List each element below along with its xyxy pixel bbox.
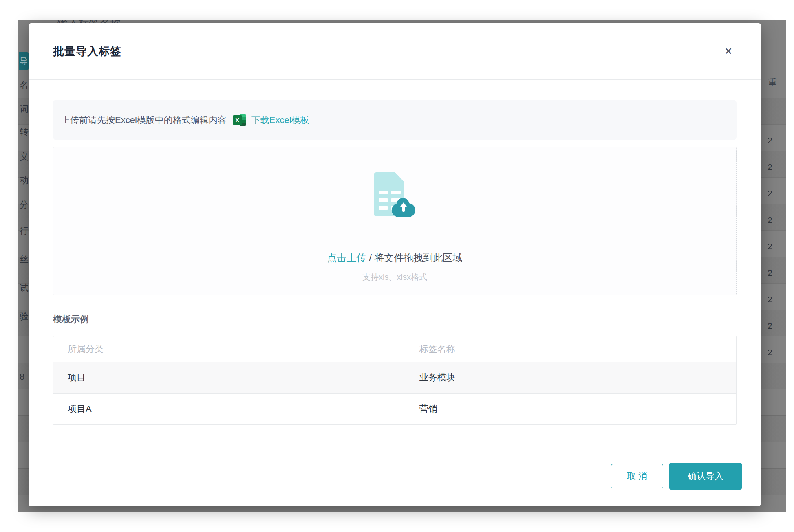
bg-text-fragment: 验: [20, 310, 29, 323]
upload-format-hint: 支持xls、xlsx格式: [362, 272, 427, 283]
bg-text-fragment: 转: [20, 126, 29, 138]
bg-import-button-fragment: 导入: [19, 52, 29, 70]
column-header-tag-name: 标签名称: [405, 343, 736, 355]
table-row: 项目A 营销: [53, 393, 736, 424]
click-to-upload-link[interactable]: 点击上传: [327, 252, 366, 263]
column-header-category: 所属分类: [53, 343, 405, 355]
bg-left-strip: 导入 名词标转义动分行丝试验8: [18, 20, 29, 512]
bg-text-fragment: 动: [20, 174, 29, 187]
upload-dropzone[interactable]: 点击上传 / 将文件拖拽到此区域 支持xls、xlsx格式: [53, 147, 737, 295]
bg-text-fragment: 义: [20, 151, 29, 163]
template-example-table: 所属分类 标签名称 项目 业务模块 项目A 营销: [53, 336, 737, 425]
excel-icon: X: [233, 114, 246, 126]
bg-date-fragment: 2: [768, 268, 772, 278]
bg-text-fragment: 丝: [20, 253, 29, 266]
notice-text: 上传前请先按Excel模版中的格式编辑内容: [61, 114, 227, 126]
screen: 输入标签名称 导入 名词标转义动分行丝试验8 重 222222222 批量导入标…: [0, 0, 794, 532]
cell-category: 项目: [53, 372, 405, 384]
cancel-button[interactable]: 取 消: [611, 464, 663, 488]
bg-date-fragment: 2: [768, 295, 772, 304]
close-icon[interactable]: ✕: [719, 42, 737, 60]
bg-date-fragment: 2: [768, 162, 772, 172]
bg-date-fragment: 2: [768, 321, 772, 331]
dialog-footer: 取 消 确认导入: [29, 446, 761, 506]
confirm-import-button[interactable]: 确认导入: [669, 463, 742, 490]
bg-text-fragment: 8: [20, 372, 29, 382]
bg-text-fragment: 行: [20, 225, 29, 237]
dialog-title: 批量导入标签: [53, 44, 121, 59]
bg-date-fragment: 2: [768, 215, 772, 225]
bg-date-fragment: 2: [768, 136, 772, 145]
bg-date-fragment: 2: [768, 242, 772, 251]
template-example-heading: 模板示例: [53, 313, 737, 325]
dialog-header: 批量导入标签 ✕: [29, 23, 761, 80]
dialog-body: 上传前请先按Excel模版中的格式编辑内容 X 下载Excel模板: [29, 100, 761, 425]
table-row: 项目 业务模块: [53, 362, 736, 393]
batch-import-tags-dialog: 批量导入标签 ✕ 上传前请先按Excel模版中的格式编辑内容 X 下载Excel…: [29, 23, 761, 506]
cell-tag-name: 营销: [405, 403, 736, 415]
notice-bar: 上传前请先按Excel模版中的格式编辑内容 X 下载Excel模板: [53, 100, 737, 140]
cell-category: 项目A: [53, 403, 405, 415]
drag-instruction-text: / 将文件拖拽到此区域: [366, 252, 462, 263]
upload-instruction: 点击上传 / 将文件拖拽到此区域: [327, 251, 462, 264]
upload-file-icon: [374, 172, 416, 218]
table-header-row: 所属分类 标签名称: [53, 336, 736, 362]
bg-date-fragment: 2: [768, 189, 772, 198]
bg-reset-fragment: 重: [768, 77, 777, 89]
bg-right-strip: 重 222222222: [761, 20, 786, 512]
cloud-upload-icon: [392, 203, 415, 217]
bg-text-fragment: 词标: [20, 103, 29, 115]
bg-text-fragment: 试: [20, 282, 29, 294]
bg-date-fragment: 2: [768, 347, 772, 357]
excel-icon-letter: X: [233, 115, 242, 125]
bg-text-fragment: 分: [20, 199, 29, 211]
download-excel-template-link[interactable]: 下载Excel模板: [251, 114, 309, 126]
bg-text-fragment: 名: [20, 79, 29, 91]
cell-tag-name: 业务模块: [405, 372, 736, 384]
